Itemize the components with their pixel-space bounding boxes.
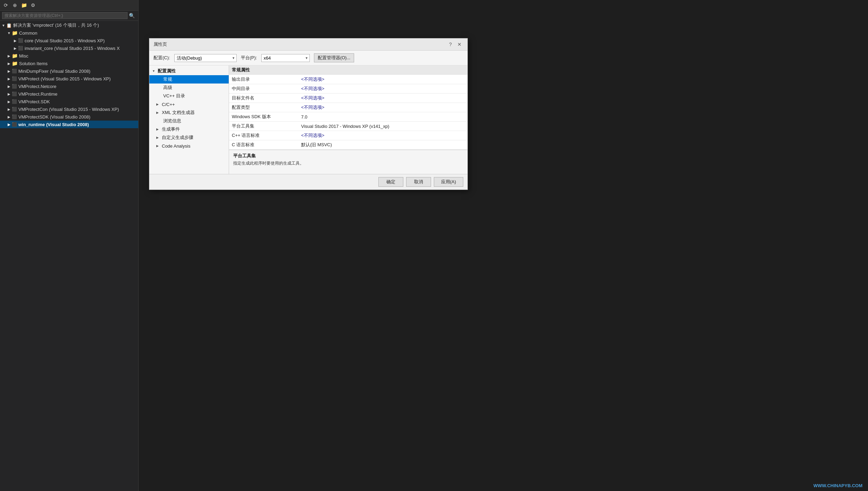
prop-tree-cpp[interactable]: ▶ C/C++	[149, 100, 229, 108]
prop-value-c-std[interactable]: 默认(旧 MSVC)	[298, 140, 467, 150]
prop-value-cpp-std[interactable]: <不同选项>	[298, 131, 467, 140]
label-config-props: 配置属性	[158, 68, 176, 74]
tree-item-invariant-core[interactable]: ▶ ⬛ invariant_core (Visual Studio 2015 -…	[0, 44, 138, 52]
tree-item-runtime[interactable]: ▶ ⬛ VMProtect.Runtime	[0, 90, 138, 98]
prop-tree-browse-info[interactable]: 浏览信息	[149, 117, 229, 125]
platform-select-wrapper: x64 x86	[261, 54, 310, 62]
search-button[interactable]: 🔍	[128, 13, 136, 18]
label-sdkvs08: VMProtectSDK (Visual Studio 2008)	[18, 114, 90, 120]
search-input[interactable]	[2, 12, 128, 19]
label-runtime: VMProtect.Runtime	[18, 91, 58, 97]
chevron-build-events: ▶	[156, 128, 161, 131]
label-code-analysis: Code Analysis	[162, 143, 190, 149]
toolbar: ⟳ ⊕ 📁 ⚙	[0, 0, 138, 11]
left-panel: ▼ 配置属性 常规 高级 VC++ 目录 ▶ C/C++	[149, 65, 229, 174]
tree-item-sdk[interactable]: ▶ ⬛ VMProtect.SDK	[0, 98, 138, 105]
prop-name-cpp-std: C++ 语言标准	[229, 131, 298, 140]
prop-row-output-dir: 输出目录 <不同选项>	[229, 75, 467, 84]
proj-icon-minidump: ⬛	[12, 69, 17, 73]
proj-icon-netcore: ⬛	[12, 84, 17, 89]
prop-tree-build-events[interactable]: ▶ 生成事件	[149, 125, 229, 133]
toolbar-btn-show-files[interactable]: 📁	[20, 1, 28, 9]
tree-item-winruntime[interactable]: ▶ ⬛ win_runtime (Visual Studio 2008)	[0, 121, 138, 128]
prop-row-inter-dir: 中间目录 <不同选项>	[229, 84, 467, 94]
tree-item-sdkvs08[interactable]: ▶ ⬛ VMProtectSDK (Visual Studio 2008)	[0, 113, 138, 121]
prop-value-inter-dir[interactable]: <不同选项>	[298, 84, 467, 94]
tree-item-con[interactable]: ▶ ⬛ VMProtectCon (Visual Studio 2015 - W…	[0, 105, 138, 113]
label-build-events: 生成事件	[162, 126, 180, 132]
prop-value-target-name[interactable]: <不同选项>	[298, 94, 467, 103]
prop-row-platform-toolset: 平台工具集 Visual Studio 2017 - Windows XP (v…	[229, 122, 467, 131]
config-label: 配置(C):	[154, 55, 170, 61]
platform-select[interactable]: x64 x86	[261, 54, 310, 62]
solution-root[interactable]: ▼ 📋 解决方案 'vmprotect' (16 个项目，共 16 个)	[0, 21, 138, 29]
dialog-help-button[interactable]: ?	[447, 41, 454, 48]
config-select-wrapper: 活动(Debug) Debug Release	[174, 54, 237, 62]
config-manager-button[interactable]: 配置管理器(O)...	[314, 53, 354, 62]
tree-item-core[interactable]: ▶ ⬛ core (Visual Studio 2015 - Windows X…	[0, 37, 138, 44]
search-row: 🔍	[0, 11, 138, 21]
label-vmprotect: VMProtect (Visual Studio 2015 - Windows …	[18, 76, 111, 81]
chevron-xml-gen: ▶	[156, 111, 161, 114]
toolbar-btn-settings[interactable]: ⚙	[29, 1, 37, 9]
chevron-con: ▶	[6, 106, 12, 112]
tree-item-common[interactable]: ▼ 📁 Common	[0, 29, 138, 37]
apply-button[interactable]: 应用(A)	[434, 177, 463, 187]
label-vcpp-dirs: VC++ 目录	[163, 93, 185, 99]
chevron-vmprotect: ▶	[6, 76, 12, 81]
tree-item-netcore[interactable]: ▶ ⬛ VMProtect.Netcore	[0, 82, 138, 90]
proj-icon-vmprotect: ⬛	[12, 76, 17, 81]
solution-label: 解决方案 'vmprotect' (16 个项目，共 16 个)	[13, 22, 99, 28]
folder-icon-solution-items: 📁	[12, 61, 18, 66]
chevron-misc: ▶	[6, 53, 12, 59]
prop-tree-vcpp-dirs[interactable]: VC++ 目录	[149, 92, 229, 100]
prop-tree-advanced[interactable]: 高级	[149, 84, 229, 92]
proj-icon-core: ⬛	[18, 38, 23, 43]
tree-item-misc[interactable]: ▶ 📁 Misc	[0, 52, 138, 60]
label-solution-items: Solution Items	[19, 61, 47, 66]
prop-tree-code-analysis[interactable]: ▶ Code Analysis	[149, 142, 229, 150]
prop-value-platform-toolset[interactable]: Visual Studio 2017 - Windows XP (v141_xp…	[298, 122, 467, 131]
chevron-winruntime: ▶	[6, 122, 12, 127]
prop-tree-general[interactable]: 常规	[149, 75, 229, 84]
prop-name-config-type: 配置类型	[229, 103, 298, 112]
prop-name-target-name: 目标文件名	[229, 94, 298, 103]
chevron-minidump: ▶	[6, 68, 12, 74]
prop-value-output-dir[interactable]: <不同选项>	[298, 75, 467, 84]
label-advanced: 高级	[163, 85, 172, 91]
prop-row-cpp-std: C++ 语言标准 <不同选项>	[229, 131, 467, 140]
ok-button[interactable]: 确定	[378, 177, 403, 187]
label-xml-gen: XML 文档生成器	[162, 109, 195, 116]
prop-row-config-type: 配置类型 <不同选项>	[229, 103, 467, 112]
tree-item-solution-items[interactable]: ▶ 📁 Solution Items	[0, 60, 138, 67]
platform-label: 平台(P):	[241, 55, 257, 61]
prop-tree-config-props[interactable]: ▼ 配置属性	[149, 67, 229, 75]
dialog-close-button[interactable]: ✕	[456, 41, 463, 48]
solution-chevron: ▼	[1, 23, 6, 28]
tree-item-vmprotect[interactable]: ▶ ⬛ VMProtect (Visual Studio 2015 - Wind…	[0, 75, 138, 82]
prop-row-target-name: 目标文件名 <不同选项>	[229, 94, 467, 103]
tree-item-minidump[interactable]: ▶ ⬛ MiniDumpFixer (Visual Studio 2008)	[0, 67, 138, 75]
config-row: 配置(C): 活动(Debug) Debug Release 平台(P): x6…	[149, 51, 467, 65]
proj-icon-runtime: ⬛	[12, 91, 17, 96]
prop-tree-xml-gen[interactable]: ▶ XML 文档生成器	[149, 108, 229, 117]
config-select[interactable]: 活动(Debug) Debug Release	[174, 54, 237, 62]
label-con: VMProtectCon (Visual Studio 2015 - Windo…	[18, 107, 119, 112]
toolbar-btn-sync[interactable]: ⟳	[2, 1, 10, 9]
cancel-button[interactable]: 取消	[406, 177, 431, 187]
chevron-code-analysis: ▶	[156, 144, 161, 148]
description-panel: 平台工具集 指定生成此程序时要使用的生成工具。	[229, 150, 467, 174]
toolbar-btn-new[interactable]: ⊕	[11, 1, 19, 9]
watermark: WWW.CHINAPYB.COM	[813, 483, 862, 488]
folder-icon-common: 📁	[12, 30, 18, 36]
proj-icon-invariant: ⬛	[18, 46, 23, 51]
label-custom-steps: 自定义生成步骤	[162, 134, 193, 141]
section-header: 常规属性	[229, 65, 467, 75]
prop-name-inter-dir: 中间目录	[229, 84, 298, 94]
label-winruntime: win_runtime (Visual Studio 2008)	[18, 122, 89, 127]
prop-tree-custom-steps[interactable]: ▶ 自定义生成步骤	[149, 133, 229, 142]
label-general: 常规	[163, 76, 172, 82]
chevron-runtime: ▶	[6, 91, 12, 97]
prop-value-config-type[interactable]: <不同选项>	[298, 103, 467, 112]
prop-value-winsdk[interactable]: 7.0	[298, 112, 467, 122]
